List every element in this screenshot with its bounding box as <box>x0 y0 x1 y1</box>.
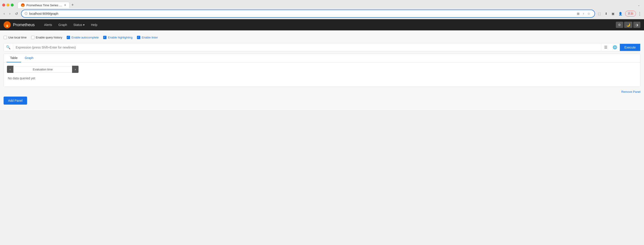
use-local-time-label: Use local time <box>8 36 27 39</box>
navbar: 🔥 Prometheus Alerts Graph Status ▾ Help … <box>0 19 644 30</box>
window-collapse-icon[interactable]: ⌄ <box>638 3 642 7</box>
contrast-theme-button[interactable]: ◑ <box>633 22 640 28</box>
address-action-buttons: ⊞ ↑ ☆ <box>576 11 592 16</box>
query-panel: Table Graph ‹ Evaluation time › No data … <box>4 54 640 87</box>
nav-links: Alerts Graph Status ▾ Help <box>42 21 100 28</box>
browser-tab-active[interactable]: 🔥 Prometheus Time Series Colle… ✕ <box>18 2 70 8</box>
more-options-button[interactable]: ⋮ <box>638 11 642 16</box>
expression-actions: ☰ 🌐 Execute <box>601 43 640 51</box>
nav-status[interactable]: Status ▾ <box>71 21 88 28</box>
eval-prev-button[interactable]: ‹ <box>7 66 14 73</box>
traffic-lights <box>2 3 14 6</box>
share-button[interactable]: ↑ <box>582 11 585 16</box>
enable-linter-label: Enable linter <box>142 36 158 39</box>
metrics-explore-button[interactable]: 🌐 <box>610 43 620 51</box>
traffic-light-minimize[interactable] <box>6 3 10 6</box>
browser-chrome: 🔥 Prometheus Time Series Colle… ✕ + ⌄ ‹ … <box>0 0 644 19</box>
no-data-message: No data queried yet <box>7 73 637 84</box>
options-row: Use local time Enable query history Enab… <box>4 33 640 41</box>
expression-row: 🔍 ☰ 🌐 Execute <box>4 43 640 51</box>
main-content: Use local time Enable query history Enab… <box>0 30 644 110</box>
new-tab-button[interactable]: + <box>70 2 76 8</box>
enable-query-history-label: Enable query history <box>36 36 62 39</box>
enable-linter-option[interactable]: Enable linter <box>137 36 158 39</box>
tab-graph[interactable]: Graph <box>21 54 37 62</box>
address-bar[interactable]: ⓘ ⊞ ↑ ☆ <box>21 9 595 18</box>
remove-panel-button[interactable]: Remove Panel <box>622 90 640 93</box>
execute-button[interactable]: Execute <box>620 44 640 51</box>
update-button[interactable]: 更新 <box>625 11 636 16</box>
traffic-light-close[interactable] <box>2 3 5 6</box>
enable-autocomplete-checkbox[interactable] <box>67 36 70 39</box>
search-icon: 🔍 <box>4 43 13 51</box>
refresh-button[interactable]: ↺ <box>14 11 19 17</box>
back-button[interactable]: ‹ <box>2 11 6 16</box>
enable-highlighting-label: Enable highlighting <box>108 36 132 39</box>
browser-addressbar: ‹ › ↺ ⓘ ⊞ ↑ ☆ ⬚ ⬇ ▣ 👤 更新 ⋮ <box>0 8 644 19</box>
theme-buttons: ⚙ 🌙 ◑ <box>616 22 640 28</box>
sidebar-button[interactable]: ▣ <box>610 11 616 16</box>
nav-help[interactable]: Help <box>88 21 100 28</box>
use-local-time-checkbox[interactable] <box>4 36 7 39</box>
forward-button[interactable]: › <box>8 11 12 16</box>
prometheus-logo-icon: 🔥 <box>4 21 11 28</box>
address-input[interactable] <box>29 12 574 15</box>
enable-linter-checkbox[interactable] <box>137 36 140 39</box>
format-button[interactable]: ☰ <box>602 43 610 51</box>
panel-body: ‹ Evaluation time › No data queried yet <box>4 63 640 87</box>
eval-time-label: Evaluation time <box>14 66 72 73</box>
enable-highlighting-option[interactable]: Enable highlighting <box>103 36 132 39</box>
app-container: 🔥 Prometheus Alerts Graph Status ▾ Help … <box>0 19 644 110</box>
bookmark-button[interactable]: ☆ <box>586 11 592 16</box>
translate-button[interactable]: ⊞ <box>576 11 581 16</box>
enable-highlighting-checkbox[interactable] <box>103 36 106 39</box>
nav-graph[interactable]: Graph <box>56 21 70 28</box>
panel-tabs: Table Graph <box>4 54 640 63</box>
traffic-light-fullscreen[interactable] <box>11 3 14 6</box>
settings-button[interactable]: ⚙ <box>616 22 623 28</box>
tab-close-button[interactable]: ✕ <box>64 3 66 7</box>
add-panel-button[interactable]: Add Panel <box>4 97 27 105</box>
eval-next-button[interactable]: › <box>72 66 78 73</box>
download-button[interactable]: ⬇ <box>604 11 609 16</box>
tab-title: Prometheus Time Series Colle… <box>26 3 62 7</box>
address-lock-icon: ⓘ <box>24 12 28 16</box>
enable-query-history-option[interactable]: Enable query history <box>31 36 62 39</box>
nav-logo: 🔥 Prometheus <box>4 21 35 28</box>
enable-autocomplete-option[interactable]: Enable autocomplete <box>67 36 99 39</box>
app-title: Prometheus <box>13 22 35 27</box>
remove-panel-row: Remove Panel <box>4 89 640 94</box>
profile-button[interactable]: 👤 <box>617 11 624 16</box>
tab-bar: 🔥 Prometheus Time Series Colle… ✕ + <box>18 2 326 8</box>
expression-input[interactable] <box>13 44 601 51</box>
tab-favicon-icon: 🔥 <box>21 3 24 7</box>
status-dropdown-icon: ▾ <box>83 23 84 27</box>
tab-table[interactable]: Table <box>6 54 21 62</box>
eval-time-row: ‹ Evaluation time › <box>7 66 78 73</box>
extensions-button[interactable]: ⬚ <box>597 11 602 16</box>
nav-alerts[interactable]: Alerts <box>42 21 55 28</box>
browser-titlebar: 🔥 Prometheus Time Series Colle… ✕ + ⌄ <box>0 0 644 8</box>
use-local-time-option[interactable]: Use local time <box>4 36 27 39</box>
dark-theme-button[interactable]: 🌙 <box>624 22 632 28</box>
enable-query-history-checkbox[interactable] <box>31 36 34 39</box>
enable-autocomplete-label: Enable autocomplete <box>72 36 99 39</box>
